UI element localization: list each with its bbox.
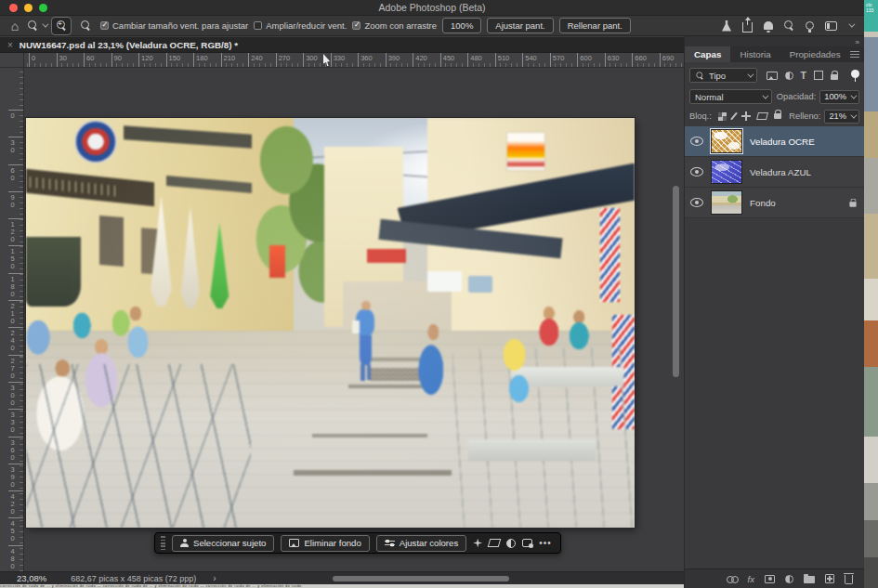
- filter-shape-layers-icon[interactable]: [814, 71, 823, 80]
- canvas-photo[interactable]: [26, 118, 635, 528]
- document-tab-title[interactable]: NUW16647.psd al 23,1% (Veladura OCRE, RG…: [20, 40, 238, 50]
- filter-pixel-layers-icon[interactable]: [767, 72, 778, 80]
- horizontal-scrollbar[interactable]: [333, 576, 509, 581]
- more-options-icon[interactable]: •••: [539, 538, 552, 548]
- checkbox-label: Ampliar/reducir vent.: [266, 20, 347, 31]
- discover-lightbulb-icon[interactable]: [806, 21, 814, 30]
- ruler-label: 120: [138, 53, 166, 67]
- layer-name[interactable]: Fondo: [750, 198, 776, 208]
- transform-icon[interactable]: [488, 539, 502, 547]
- layer-name[interactable]: Veladura AZUL: [750, 167, 811, 177]
- layer-row-veladura-azul[interactable]: Veladura AZUL: [685, 157, 864, 188]
- zoom-tool-icon[interactable]: [28, 18, 46, 34]
- lock-all-icon[interactable]: [774, 113, 781, 119]
- fill-value: 21%: [829, 111, 846, 121]
- filter-type-layers-icon[interactable]: T: [801, 71, 806, 80]
- link-layers-icon[interactable]: [727, 576, 738, 582]
- zoom-level[interactable]: 23,08%: [17, 573, 46, 583]
- select-subject-button[interactable]: Seleccionar sujeto: [172, 535, 274, 552]
- status-chevron-icon[interactable]: ›: [213, 573, 216, 583]
- checkbox-box[interactable]: [254, 21, 262, 30]
- zoom-100-button[interactable]: 100%: [442, 18, 481, 33]
- blend-mode-select[interactable]: Normal: [689, 89, 772, 104]
- filter-smart-objects-icon[interactable]: [831, 74, 838, 80]
- workspace-icon[interactable]: [825, 21, 837, 31]
- blend-mode-value: Normal: [695, 92, 724, 102]
- share-icon[interactable]: [742, 22, 753, 33]
- home-icon[interactable]: ⌂: [7, 18, 22, 34]
- image-icon: [289, 539, 299, 547]
- layer-thumbnail[interactable]: [711, 160, 742, 184]
- notifications-bell-icon[interactable]: [764, 21, 773, 30]
- lock-position-icon[interactable]: [741, 111, 751, 121]
- checkbox-box[interactable]: [100, 21, 109, 30]
- new-group-icon[interactable]: [804, 576, 815, 583]
- checkbox-zoom-windows[interactable]: Ampliar/reducir vent.: [254, 20, 347, 31]
- ruler-label: 120: [8, 218, 23, 245]
- layer-row-veladura-ocre[interactable]: Veladura OCRE: [685, 126, 864, 157]
- delete-layer-icon[interactable]: [845, 575, 853, 584]
- document-tab-bar: × NUW16647.psd al 23,1% (Veladura OCRE, …: [0, 37, 684, 53]
- visibility-eye-icon[interactable]: [690, 167, 703, 176]
- chevron-down-icon[interactable]: [848, 21, 855, 28]
- layer-name[interactable]: Veladura OCRE: [750, 137, 815, 147]
- layer-effects-icon[interactable]: fx: [748, 574, 754, 584]
- panel-menu-icon[interactable]: [850, 51, 859, 58]
- drag-handle[interactable]: [161, 536, 165, 550]
- magic-wand-icon[interactable]: [473, 539, 482, 548]
- adjust-colors-button[interactable]: Ajustar colores: [376, 535, 466, 552]
- vertical-scrollbar[interactable]: [673, 186, 679, 377]
- ruler-label: 390: [386, 53, 413, 67]
- fit-screen-button[interactable]: Ajustar pant.: [487, 18, 553, 33]
- beta-flask-icon[interactable]: [722, 20, 731, 32]
- filter-adjustment-layers-icon[interactable]: [785, 72, 793, 80]
- lock-pixels-icon[interactable]: [730, 112, 738, 121]
- visibility-eye-icon[interactable]: [690, 198, 703, 207]
- options-bar: ⌂ + Cambiar tamaño vent. para ajustar Am…: [0, 16, 864, 36]
- lock-transparency-icon[interactable]: [718, 112, 727, 121]
- adjustment-icon[interactable]: [506, 539, 516, 548]
- ruler-label: 30: [8, 137, 23, 163]
- layer-thumbnail[interactable]: [711, 190, 742, 215]
- fill-screen-button[interactable]: Rellenar pant.: [559, 18, 631, 33]
- ruler-label: 360: [358, 53, 386, 67]
- ruler-label: 300: [8, 382, 23, 409]
- checkbox-label: Zoom con arrastre: [364, 20, 437, 31]
- filter-toggle-icon[interactable]: [851, 70, 859, 82]
- lock-artboard-icon[interactable]: [756, 112, 768, 120]
- add-mask-icon[interactable]: [765, 575, 775, 583]
- ruler-label: 210: [221, 53, 249, 67]
- fill-input[interactable]: 21%: [824, 110, 859, 124]
- opacity-input[interactable]: 100%: [819, 90, 859, 104]
- ruler-label: 180: [193, 53, 221, 67]
- checkbox-box[interactable]: [352, 21, 360, 30]
- checkbox-scrubby-zoom[interactable]: Zoom con arrastre: [352, 20, 437, 31]
- layer-thumbnail[interactable]: [711, 129, 742, 153]
- tab-historia[interactable]: Historia: [730, 46, 780, 62]
- zoom-out-button[interactable]: [76, 18, 95, 34]
- collapse-panels-icon[interactable]: »: [856, 38, 858, 46]
- visibility-eye-icon[interactable]: [690, 137, 703, 146]
- contextual-task-bar: Seleccionar sujeto Eliminar fondo Ajusta…: [154, 532, 561, 554]
- photoshop-window: Adobe Photoshop (Beta) ⌂ + Cambiar tamañ…: [0, 0, 878, 588]
- layers-list: Veladura OCRE Veladura AZUL Fondo: [685, 126, 864, 218]
- tab-capas[interactable]: Capas: [685, 46, 730, 62]
- vertical-ruler: 0306090120150180210240270300330360390420…: [0, 68, 24, 571]
- ruler-label: 240: [248, 53, 276, 67]
- remove-background-label: Eliminar fondo: [304, 538, 360, 548]
- zoom-in-button[interactable]: +: [52, 18, 71, 34]
- search-icon[interactable]: [784, 20, 794, 31]
- new-layer-icon[interactable]: [825, 574, 834, 583]
- checkbox-resize-window[interactable]: Cambiar tamaño vent. para ajustar: [100, 20, 248, 31]
- checkbox-label: Cambiar tamaño vent. para ajustar: [112, 20, 248, 31]
- close-tab-icon[interactable]: ×: [7, 40, 13, 50]
- layer-row-fondo[interactable]: Fondo: [685, 188, 864, 218]
- tab-propiedades[interactable]: Propiedades: [780, 46, 850, 62]
- remove-background-button[interactable]: Eliminar fondo: [281, 535, 369, 552]
- adjustment-layer-icon[interactable]: [785, 575, 793, 583]
- opacity-value: 100%: [824, 92, 846, 101]
- select-subject-label: Seleccionar sujeto: [193, 538, 266, 548]
- filter-type-select[interactable]: Tipo: [689, 68, 757, 83]
- background-window-strip: clo 133: [864, 0, 878, 588]
- filters-icon[interactable]: [522, 539, 532, 547]
